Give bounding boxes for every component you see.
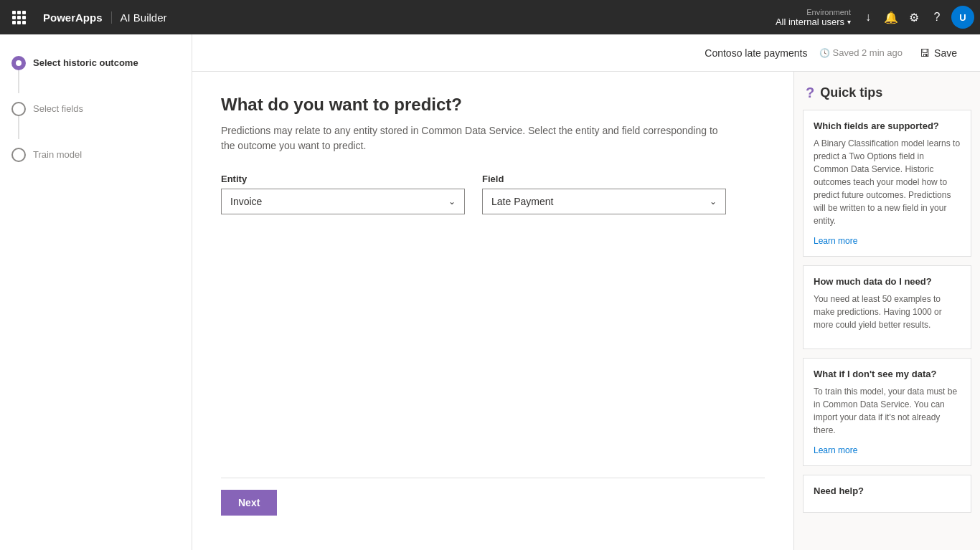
save-status-icon: 🕓 [819,48,830,58]
step-connector-1 [11,56,26,93]
step-line-2 [18,116,19,139]
step-circle-1 [11,56,26,70]
field-dropdown[interactable]: Late Payment ⌄ [482,189,726,214]
step-item-train-model: Train model [11,143,180,166]
app-body: Select historic outcome Select fields Tr… [0,34,980,550]
app-label: AI Builder [121,11,167,24]
waffle-icon [12,11,26,24]
tip-card-2-body: You need at least 50 examples to make pr… [814,293,961,331]
step-connector-3 [11,148,26,162]
project-name: Contoso late payments [705,47,807,59]
chevron-down-icon: ▾ [847,18,851,26]
quick-tips-title: Quick tips [820,85,882,100]
step-item-select-fields: Select fields [11,98,180,143]
environment-label: Environment [806,8,851,16]
entity-chevron-icon: ⌄ [448,196,456,207]
tip-card-2-title: How much data do I need? [814,276,961,287]
tip-card-1-title: Which fields are supported? [814,120,961,131]
settings-icon[interactable]: ⚙ [903,6,925,29]
save-label: Save [934,47,957,59]
main-area: Contoso late payments 🕓 Saved 2 min ago … [192,34,980,550]
tip-card-3-body: To train this model, your data must be i… [814,385,961,437]
field-field-group: Field Late Payment ⌄ [482,174,726,214]
form-area: What do you want to predict? Predictions… [192,72,793,550]
tip-card-3: What if I don't see my data? To train th… [803,358,971,466]
top-nav: PowerApps AI Builder Environment All int… [0,0,980,34]
environment-selector[interactable]: Environment All internal users ▾ [776,8,851,27]
form-spacer [221,214,765,478]
saved-status: 🕓 Saved 2 min ago [819,47,903,58]
step-label-3: Train model [33,148,82,161]
waffle-menu[interactable] [6,4,32,30]
tip-card-1: Which fields are supported? A Binary Cla… [803,110,971,257]
save-icon: 🖫 [920,47,930,59]
form-description: Predictions may relate to any entity sto… [221,123,723,153]
step-label-2: Select fields [33,102,83,115]
step-circle-2 [11,102,26,116]
form-title: What do you want to predict? [221,95,765,115]
sidebar: Select historic outcome Select fields Tr… [0,34,192,550]
field-chevron-icon: ⌄ [710,196,717,207]
step-line-1 [18,70,19,93]
quick-tips-panel: ? Quick tips Which fields are supported?… [793,72,980,550]
entity-label: Entity [221,174,465,184]
field-label: Field [482,174,726,184]
tip-card-1-learn-more[interactable]: Learn more [814,236,857,246]
quick-tips-icon: ? [806,85,814,101]
step-circle-3 [11,148,26,162]
next-button[interactable]: Next [221,490,277,516]
entity-field-group: Entity Invoice ⌄ [221,174,465,214]
quick-tips-header: ? Quick tips [794,72,980,110]
form-fields: Entity Invoice ⌄ Field Late Payment ⌄ [221,174,765,214]
bottom-bar: Next [221,478,765,527]
tip-card-2: How much data do I need? You need at lea… [803,265,971,349]
step-label-1: Select historic outcome [33,56,138,70]
tip-card-4-title: Need help? [814,485,961,496]
save-button[interactable]: 🖫 Save [914,44,963,62]
entity-dropdown[interactable]: Invoice ⌄ [221,189,465,214]
step-item-select-outcome: Select historic outcome [11,52,180,98]
saved-text: Saved 2 min ago [833,47,903,58]
tip-card-3-learn-more[interactable]: Learn more [814,445,857,455]
help-icon[interactable]: ? [925,6,948,29]
tip-card-3-title: What if I don't see my data? [814,369,961,379]
subheader: Contoso late payments 🕓 Saved 2 min ago … [192,34,980,72]
entity-value: Invoice [230,196,262,207]
notifications-icon[interactable]: 🔔 [880,6,903,29]
brand-label: PowerApps [34,11,112,24]
download-icon[interactable]: ↓ [857,6,880,29]
step-list: Select historic outcome Select fields Tr… [11,52,180,166]
user-avatar[interactable]: U [951,6,974,29]
step-connector-2 [11,102,26,139]
content-tips: What do you want to predict? Predictions… [192,72,980,550]
environment-value: All internal users ▾ [776,16,851,27]
tip-card-1-body: A Binary Classification model learns to … [814,137,961,227]
tip-card-4: Need help? [803,475,971,513]
field-value: Late Payment [491,196,553,207]
